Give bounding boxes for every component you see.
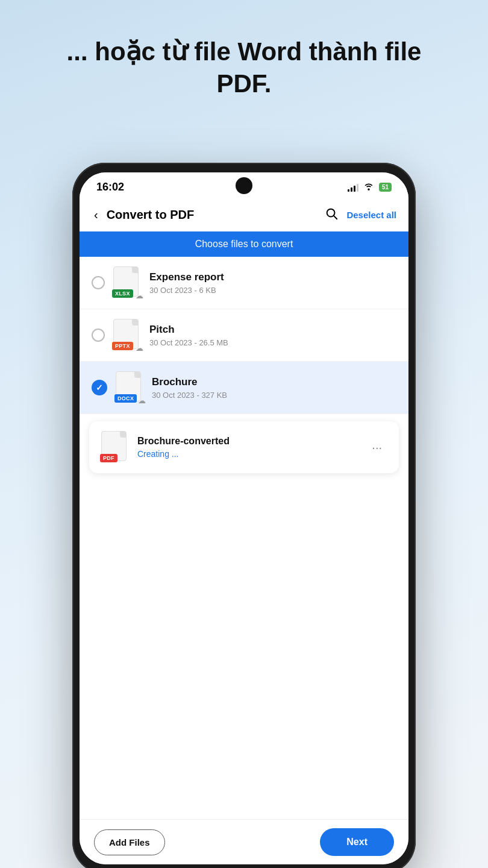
next-button[interactable]: Next xyxy=(320,828,394,856)
file-select-radio[interactable] xyxy=(92,329,105,342)
page-heading: ... hoặc từ file Word thành file PDF. xyxy=(48,36,440,99)
file-meta: 30 Oct 2023 - 26.5 MB xyxy=(149,338,396,347)
file-list: XLSX ☁ Expense report 30 Oct 2023 - 6 KB… xyxy=(80,257,408,819)
file-name: Brochure xyxy=(152,376,396,388)
battery-icon: 51 xyxy=(379,183,392,192)
add-files-button[interactable]: Add Files xyxy=(94,829,165,855)
file-icon-brochure: DOCX ☁ xyxy=(116,371,143,404)
pptx-badge: PPTX xyxy=(112,342,133,350)
converting-status: Creating ... xyxy=(137,449,367,459)
file-item-brochure[interactable]: DOCX ☁ Brochure 30 Oct 2023 - 327 KB xyxy=(80,362,408,414)
file-meta: 30 Oct 2023 - 6 KB xyxy=(149,286,396,295)
status-time: 16:02 xyxy=(96,181,124,193)
back-button[interactable]: ‹ xyxy=(92,206,101,224)
file-name: Expense report xyxy=(149,271,396,283)
file-info-brochure: Brochure 30 Oct 2023 - 327 KB xyxy=(152,376,396,400)
file-item-expense-report[interactable]: XLSX ☁ Expense report 30 Oct 2023 - 6 KB xyxy=(80,257,408,309)
pdf-badge: PDF xyxy=(100,454,117,462)
header-title: Convert to PDF xyxy=(107,208,317,222)
file-info-pitch: Pitch 30 Oct 2023 - 26.5 MB xyxy=(149,324,396,347)
file-icon-expense: XLSX ☁ xyxy=(113,266,141,299)
file-icon-converting: PDF xyxy=(101,431,129,464)
more-options-button[interactable]: ··· xyxy=(367,438,387,457)
heading-area: ... hoặc từ file Word thành file PDF. xyxy=(0,0,488,124)
deselect-all-button[interactable]: Deselect all xyxy=(346,210,396,220)
svg-line-1 xyxy=(334,216,337,219)
converting-filename: Brochure-converted xyxy=(137,436,367,447)
phone-screen: 16:02 51 xyxy=(80,172,408,864)
choose-banner: Choose files to convert xyxy=(80,231,408,257)
file-name: Pitch xyxy=(149,324,396,336)
cloud-icon: ☁ xyxy=(138,396,146,405)
converting-card: PDF Brochure-converted Creating ... ··· xyxy=(89,421,399,473)
cloud-icon: ☁ xyxy=(136,344,143,353)
file-info-expense: Expense report 30 Oct 2023 - 6 KB xyxy=(149,271,396,295)
signal-icon xyxy=(348,183,358,192)
app-header: ‹ Convert to PDF Deselect all xyxy=(80,198,408,231)
file-icon-pitch: PPTX ☁ xyxy=(113,319,141,351)
status-icons: 51 xyxy=(348,182,392,192)
search-button[interactable] xyxy=(322,204,340,225)
converting-info: Brochure-converted Creating ... xyxy=(137,436,367,459)
xlsx-badge: XLSX xyxy=(112,289,133,298)
bottom-bar: Add Files Next xyxy=(80,819,408,864)
file-item-pitch[interactable]: PPTX ☁ Pitch 30 Oct 2023 - 26.5 MB xyxy=(80,309,408,362)
phone-wrapper: 16:02 51 xyxy=(72,163,416,868)
wifi-icon xyxy=(363,182,374,192)
file-meta: 30 Oct 2023 - 327 KB xyxy=(152,391,396,400)
camera-notch xyxy=(236,177,252,194)
cloud-icon: ☁ xyxy=(136,291,143,300)
file-check-circle[interactable] xyxy=(92,380,107,395)
file-select-radio[interactable] xyxy=(92,276,105,289)
phone-frame: 16:02 51 xyxy=(72,163,416,868)
docx-badge: DOCX xyxy=(114,394,137,403)
